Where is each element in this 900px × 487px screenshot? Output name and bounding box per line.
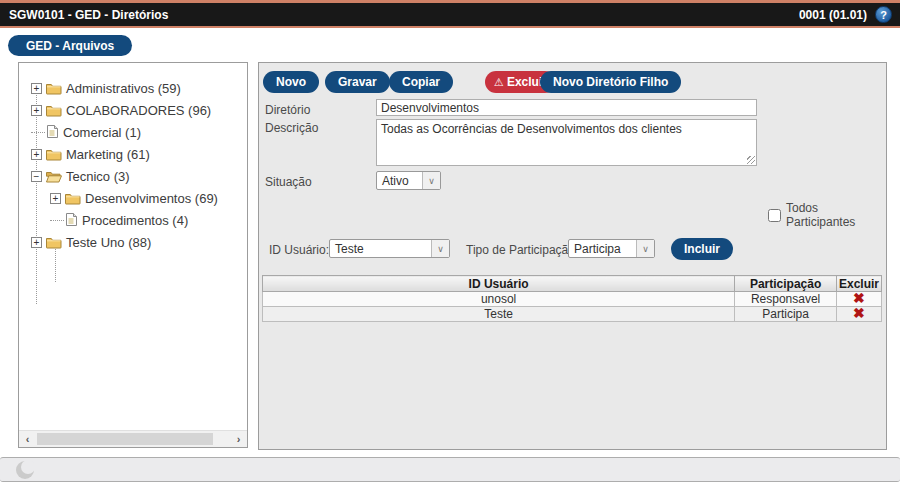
tree-item-label: COLABORADORES (96) (66, 103, 211, 118)
tipo-participacao-select[interactable]: Participa ∨ (568, 239, 655, 258)
situacao-selected-value: Ativo (377, 172, 422, 189)
tree-connector-stub (50, 220, 64, 221)
warning-icon: ⚠ (494, 76, 504, 89)
directory-detail-panel: Novo Gravar Copiar ⚠ Excluir Novo Diretó… (258, 62, 887, 450)
directory-tree-panel: + Administrativos (59) + COLABORADORES (… (18, 62, 248, 448)
cell-id-usuario: Teste (263, 307, 735, 322)
novo-diretorio-filho-button[interactable]: Novo Diretório Filho (540, 71, 681, 93)
scroll-right-arrow-icon[interactable]: › (230, 431, 247, 447)
expand-plus-icon[interactable]: + (50, 193, 61, 204)
tree-item-label: Comercial (1) (63, 125, 141, 140)
chevron-down-icon: ∨ (431, 240, 449, 257)
tree-horizontal-scrollbar[interactable]: ‹ › (19, 430, 247, 447)
tree-item-administrativos[interactable]: + Administrativos (59) (19, 77, 247, 99)
open-folder-icon (46, 170, 62, 183)
scroll-left-arrow-icon[interactable]: ‹ (19, 431, 36, 447)
page-title: SGW0101 - GED - Diretórios (9, 8, 168, 22)
diretorio-input[interactable] (376, 99, 757, 116)
help-icon[interactable]: ? (875, 6, 892, 23)
participants-table: ID Usuário Participação Excluir unosol R… (262, 275, 882, 322)
tree-item-label: Marketing (61) (66, 147, 150, 162)
tipo-participacao-label: Tipo de Participação: (466, 243, 578, 257)
tree-item-colaboradores[interactable]: + COLABORADORES (96) (19, 99, 247, 121)
folder-icon (46, 148, 62, 161)
tree-item-label: Procedimentos (4) (82, 213, 188, 228)
todos-participantes-row: Todos Participantes (768, 201, 886, 229)
situacao-select[interactable]: Ativo ∨ (376, 171, 441, 190)
cell-participacao: Responsavel (735, 292, 837, 307)
title-bar: SGW0101 - GED - Diretórios 0001 (01.01) … (0, 0, 900, 28)
copiar-button[interactable]: Copiar (389, 71, 453, 93)
app-window: SGW0101 - GED - Diretórios 0001 (01.01) … (0, 0, 900, 487)
column-header-participacao: Participação (735, 276, 837, 292)
document-icon (46, 125, 59, 139)
column-header-id-usuario: ID Usuário (263, 276, 735, 292)
version-label: 0001 (01.01) (799, 8, 867, 22)
expand-plus-icon[interactable]: + (31, 105, 42, 116)
folder-icon (46, 236, 62, 249)
tree-item-tecnico[interactable]: − Tecnico (3) (19, 165, 247, 187)
chevron-down-icon: ∨ (636, 240, 654, 257)
tree-item-label: Tecnico (3) (66, 169, 130, 184)
gravar-button[interactable]: Gravar (325, 71, 390, 93)
table-row: Teste Participa ✖ (263, 307, 882, 322)
delete-row-icon[interactable]: ✖ (853, 292, 865, 305)
id-usuario-selected-value: Teste (330, 240, 431, 257)
descricao-label: Descrição (265, 121, 318, 135)
folder-icon (46, 82, 62, 95)
chevron-down-icon: ∨ (422, 172, 440, 189)
table-row: unosol Responsavel ✖ (263, 292, 882, 307)
tree-item-label: Administrativos (59) (66, 81, 181, 96)
id-usuario-select[interactable]: Teste ∨ (329, 239, 450, 258)
tipo-participacao-selected-value: Participa (569, 240, 636, 257)
expand-plus-icon[interactable]: + (31, 149, 42, 160)
table-header-row: ID Usuário Participação Excluir (263, 276, 882, 292)
descricao-textarea[interactable]: Todas as Ocorrências de Desenvolvimentos… (376, 119, 757, 166)
todos-participantes-label: Todos Participantes (786, 201, 886, 229)
status-bar (0, 457, 900, 482)
todos-participantes-checkbox[interactable] (768, 209, 781, 222)
folder-icon (65, 192, 81, 205)
expand-plus-icon[interactable]: + (31, 83, 42, 94)
delete-row-icon[interactable]: ✖ (853, 307, 865, 320)
id-usuario-label: ID Usuário: (269, 243, 329, 257)
expand-plus-icon[interactable]: + (31, 237, 42, 248)
loading-spinner-icon (16, 461, 34, 479)
tree-item-marketing[interactable]: + Marketing (61) (19, 143, 247, 165)
tree-connector-stub (31, 132, 45, 133)
tree-item-comercial[interactable]: Comercial (1) (19, 121, 247, 143)
cell-id-usuario: unosol (263, 292, 735, 307)
tree-connector-line (36, 88, 37, 304)
tab-ged-arquivos[interactable]: GED - Arquivos (8, 35, 132, 56)
tree-connector-line (55, 249, 56, 282)
scrollbar-thumb[interactable] (37, 433, 213, 445)
folder-icon (46, 104, 62, 117)
tree-item-teste-uno[interactable]: + Teste Uno (88) (19, 231, 247, 253)
situacao-label: Situação (265, 175, 312, 189)
tree-item-label: Desenvolvimentos (69) (85, 191, 218, 206)
novo-button[interactable]: Novo (263, 71, 319, 93)
diretorio-label: Diretório (265, 103, 310, 117)
collapse-minus-icon[interactable]: − (31, 171, 42, 182)
tree-item-label: Teste Uno (88) (66, 235, 151, 250)
tree-item-desenvolvimentos[interactable]: + Desenvolvimentos (69) (19, 187, 247, 209)
tree-item-procedimentos[interactable]: Procedimentos (4) (19, 209, 247, 231)
incluir-button[interactable]: Incluir (671, 238, 733, 260)
document-icon (65, 213, 78, 227)
cell-participacao: Participa (735, 307, 837, 322)
